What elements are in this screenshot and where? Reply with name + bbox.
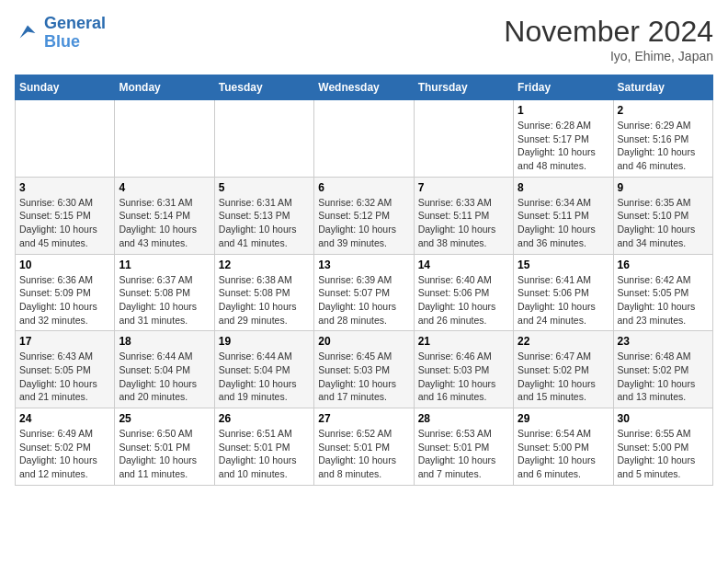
day-info: Sunrise: 6:44 AMSunset: 5:04 PMDaylight:… xyxy=(219,350,310,404)
day-info: Sunrise: 6:52 AMSunset: 5:01 PMDaylight:… xyxy=(318,427,409,481)
day-number: 7 xyxy=(418,181,509,194)
calendar-cell: 10Sunrise: 6:36 AMSunset: 5:09 PMDayligh… xyxy=(16,254,115,331)
day-info: Sunrise: 6:35 AMSunset: 5:10 PMDaylight:… xyxy=(618,196,709,250)
weekday-header: Monday xyxy=(115,75,214,100)
day-number: 30 xyxy=(618,412,709,425)
calendar-cell: 14Sunrise: 6:40 AMSunset: 5:06 PMDayligh… xyxy=(414,254,513,331)
day-number: 10 xyxy=(19,259,110,271)
calendar-cell: 9Sunrise: 6:35 AMSunset: 5:10 PMDaylight… xyxy=(613,177,712,254)
day-info: Sunrise: 6:53 AMSunset: 5:01 PMDaylight:… xyxy=(418,427,509,481)
day-info: Sunrise: 6:55 AMSunset: 5:00 PMDaylight:… xyxy=(618,427,709,481)
logo-icon xyxy=(15,20,40,46)
day-number: 2 xyxy=(618,104,709,117)
calendar-cell: 3Sunrise: 6:30 AMSunset: 5:15 PMDaylight… xyxy=(16,177,115,254)
day-info: Sunrise: 6:42 AMSunset: 5:05 PMDaylight:… xyxy=(618,273,709,327)
calendar-cell: 5Sunrise: 6:31 AMSunset: 5:13 PMDaylight… xyxy=(214,177,313,254)
day-number: 19 xyxy=(219,335,310,348)
calendar-week-row: 24Sunrise: 6:49 AMSunset: 5:02 PMDayligh… xyxy=(16,408,713,486)
day-info: Sunrise: 6:37 AMSunset: 5:08 PMDaylight:… xyxy=(119,273,210,327)
calendar-cell: 16Sunrise: 6:42 AMSunset: 5:05 PMDayligh… xyxy=(613,254,712,331)
day-number: 4 xyxy=(119,181,210,194)
day-info: Sunrise: 6:34 AMSunset: 5:11 PMDaylight:… xyxy=(518,196,609,250)
day-number: 29 xyxy=(518,412,609,425)
calendar-cell: 21Sunrise: 6:46 AMSunset: 5:03 PMDayligh… xyxy=(414,331,513,408)
calendar-table: SundayMondayTuesdayWednesdayThursdayFrid… xyxy=(15,75,713,486)
logo: General Blue xyxy=(15,15,106,52)
calendar-cell: 8Sunrise: 6:34 AMSunset: 5:11 PMDaylight… xyxy=(514,177,613,254)
day-number: 17 xyxy=(19,335,110,348)
day-number: 11 xyxy=(119,259,210,271)
calendar-cell: 25Sunrise: 6:50 AMSunset: 5:01 PMDayligh… xyxy=(115,408,214,486)
calendar-cell: 4Sunrise: 6:31 AMSunset: 5:14 PMDaylight… xyxy=(115,177,214,254)
day-info: Sunrise: 6:39 AMSunset: 5:07 PMDaylight:… xyxy=(318,273,409,327)
day-info: Sunrise: 6:36 AMSunset: 5:09 PMDaylight:… xyxy=(19,273,110,327)
day-number: 22 xyxy=(518,335,609,348)
day-info: Sunrise: 6:49 AMSunset: 5:02 PMDaylight:… xyxy=(19,427,110,481)
calendar-cell xyxy=(115,100,214,178)
day-number: 28 xyxy=(418,412,509,425)
day-info: Sunrise: 6:46 AMSunset: 5:03 PMDaylight:… xyxy=(418,350,509,404)
weekday-header: Sunday xyxy=(16,75,115,100)
day-number: 25 xyxy=(119,412,210,425)
calendar-cell xyxy=(314,100,414,178)
day-info: Sunrise: 6:38 AMSunset: 5:08 PMDaylight:… xyxy=(219,273,310,327)
calendar-cell: 24Sunrise: 6:49 AMSunset: 5:02 PMDayligh… xyxy=(16,408,115,486)
day-info: Sunrise: 6:41 AMSunset: 5:06 PMDaylight:… xyxy=(518,273,609,327)
day-info: Sunrise: 6:45 AMSunset: 5:03 PMDaylight:… xyxy=(318,350,409,404)
calendar-cell: 23Sunrise: 6:48 AMSunset: 5:02 PMDayligh… xyxy=(613,331,712,408)
day-number: 8 xyxy=(518,181,609,194)
calendar-cell: 1Sunrise: 6:28 AMSunset: 5:17 PMDaylight… xyxy=(514,100,613,178)
calendar-cell: 15Sunrise: 6:41 AMSunset: 5:06 PMDayligh… xyxy=(514,254,613,331)
day-info: Sunrise: 6:31 AMSunset: 5:13 PMDaylight:… xyxy=(219,196,310,250)
location-subtitle: Iyo, Ehime, Japan xyxy=(504,49,713,63)
calendar-cell xyxy=(214,100,313,178)
calendar-cell: 30Sunrise: 6:55 AMSunset: 5:00 PMDayligh… xyxy=(613,408,712,486)
calendar-cell: 28Sunrise: 6:53 AMSunset: 5:01 PMDayligh… xyxy=(414,408,513,486)
calendar-cell xyxy=(16,100,115,178)
calendar-cell: 12Sunrise: 6:38 AMSunset: 5:08 PMDayligh… xyxy=(214,254,313,331)
day-info: Sunrise: 6:54 AMSunset: 5:00 PMDaylight:… xyxy=(518,427,609,481)
day-info: Sunrise: 6:47 AMSunset: 5:02 PMDaylight:… xyxy=(518,350,609,404)
day-number: 3 xyxy=(19,181,110,194)
day-number: 23 xyxy=(618,335,709,348)
calendar-cell: 6Sunrise: 6:32 AMSunset: 5:12 PMDaylight… xyxy=(314,177,414,254)
day-info: Sunrise: 6:50 AMSunset: 5:01 PMDaylight:… xyxy=(119,427,210,481)
day-info: Sunrise: 6:51 AMSunset: 5:01 PMDaylight:… xyxy=(219,427,310,481)
day-number: 21 xyxy=(418,335,509,348)
day-info: Sunrise: 6:30 AMSunset: 5:15 PMDaylight:… xyxy=(19,196,110,250)
page-header: General Blue November 2024 Iyo, Ehime, J… xyxy=(15,15,713,63)
title-area: November 2024 Iyo, Ehime, Japan xyxy=(504,15,713,63)
calendar-week-row: 17Sunrise: 6:43 AMSunset: 5:05 PMDayligh… xyxy=(16,331,713,408)
weekday-header: Friday xyxy=(514,75,613,100)
svg-marker-0 xyxy=(20,25,36,38)
calendar-cell: 18Sunrise: 6:44 AMSunset: 5:04 PMDayligh… xyxy=(115,331,214,408)
day-info: Sunrise: 6:29 AMSunset: 5:16 PMDaylight:… xyxy=(618,119,709,173)
calendar-week-row: 1Sunrise: 6:28 AMSunset: 5:17 PMDaylight… xyxy=(16,100,713,178)
calendar-week-row: 10Sunrise: 6:36 AMSunset: 5:09 PMDayligh… xyxy=(16,254,713,331)
day-info: Sunrise: 6:48 AMSunset: 5:02 PMDaylight:… xyxy=(618,350,709,404)
weekday-header: Saturday xyxy=(613,75,712,100)
day-number: 16 xyxy=(618,259,709,271)
weekday-header: Thursday xyxy=(414,75,513,100)
day-info: Sunrise: 6:43 AMSunset: 5:05 PMDaylight:… xyxy=(19,350,110,404)
day-number: 15 xyxy=(518,259,609,271)
day-number: 18 xyxy=(119,335,210,348)
calendar-cell: 2Sunrise: 6:29 AMSunset: 5:16 PMDaylight… xyxy=(613,100,712,178)
day-info: Sunrise: 6:40 AMSunset: 5:06 PMDaylight:… xyxy=(418,273,509,327)
calendar-cell: 7Sunrise: 6:33 AMSunset: 5:11 PMDaylight… xyxy=(414,177,513,254)
calendar-cell: 13Sunrise: 6:39 AMSunset: 5:07 PMDayligh… xyxy=(314,254,414,331)
day-number: 6 xyxy=(318,181,409,194)
calendar-week-row: 3Sunrise: 6:30 AMSunset: 5:15 PMDaylight… xyxy=(16,177,713,254)
day-number: 9 xyxy=(618,181,709,194)
day-number: 1 xyxy=(518,104,609,117)
day-number: 5 xyxy=(219,181,310,194)
weekday-header-row: SundayMondayTuesdayWednesdayThursdayFrid… xyxy=(16,75,713,100)
calendar-cell: 27Sunrise: 6:52 AMSunset: 5:01 PMDayligh… xyxy=(314,408,414,486)
day-info: Sunrise: 6:28 AMSunset: 5:17 PMDaylight:… xyxy=(518,119,609,173)
day-number: 26 xyxy=(219,412,310,425)
day-number: 14 xyxy=(418,259,509,271)
weekday-header: Wednesday xyxy=(314,75,414,100)
weekday-header: Tuesday xyxy=(214,75,313,100)
calendar-cell: 19Sunrise: 6:44 AMSunset: 5:04 PMDayligh… xyxy=(214,331,313,408)
calendar-cell: 11Sunrise: 6:37 AMSunset: 5:08 PMDayligh… xyxy=(115,254,214,331)
